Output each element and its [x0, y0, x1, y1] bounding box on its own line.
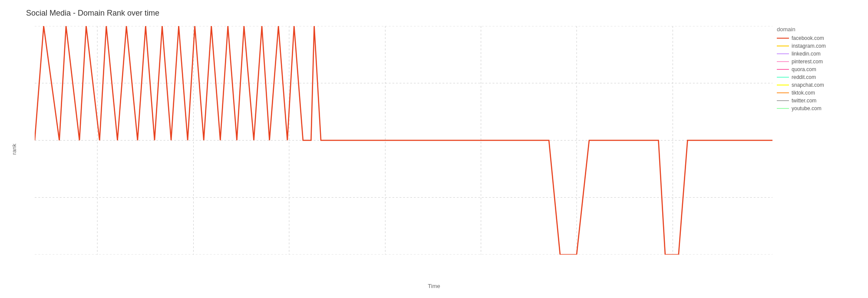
legend-item: pinterest.com: [777, 59, 864, 65]
legend-item: tiktok.com: [777, 90, 864, 96]
y-axis-label: rank: [11, 144, 17, 154]
legend-label: twitter.com: [792, 98, 816, 104]
legend-label: youtube.com: [792, 105, 822, 111]
legend-item: twitter.com: [777, 98, 864, 104]
legend-item: youtube.com: [777, 105, 864, 111]
legend-color-swatch: [777, 108, 789, 109]
legend-title: domain: [777, 26, 864, 33]
legend-item: reddit.com: [777, 74, 864, 80]
legend-label: facebook.com: [792, 35, 824, 41]
legend-color-swatch: [777, 92, 789, 93]
legend-item: linkedin.com: [777, 51, 864, 57]
legend-color-swatch: [777, 46, 789, 46]
legend-label: tiktok.com: [792, 90, 815, 96]
legend-color-swatch: [777, 77, 789, 78]
legend-label: snapchat.com: [792, 82, 824, 88]
legend-color-swatch: [777, 100, 789, 101]
legend-label: quora.com: [792, 66, 816, 72]
legend-item: snapchat.com: [777, 82, 864, 88]
legend-item: instagram.com: [777, 43, 864, 49]
chart-svg: 2 2.5 3 3.5 4 Aug 1 2021 Aug 15 Aug 29 S…: [35, 26, 772, 255]
legend: domain facebook.cominstagram.comlinkedin…: [777, 26, 864, 113]
legend-label: instagram.com: [792, 43, 826, 49]
chart-container: Social Media - Domain Rank over time ran…: [0, 0, 868, 298]
legend-color-swatch: [777, 61, 789, 62]
legend-item: facebook.com: [777, 35, 864, 41]
x-axis-label: Time: [428, 283, 440, 289]
legend-label: linkedin.com: [792, 51, 821, 57]
legend-item: quora.com: [777, 66, 864, 72]
legend-color-swatch: [777, 69, 789, 70]
legend-color-swatch: [777, 38, 789, 39]
legend-color-swatch: [777, 85, 789, 85]
legend-label: pinterest.com: [792, 59, 823, 65]
chart-title: Social Media - Domain Rank over time: [26, 9, 159, 18]
legend-color-swatch: [777, 53, 789, 54]
legend-label: reddit.com: [792, 74, 816, 80]
